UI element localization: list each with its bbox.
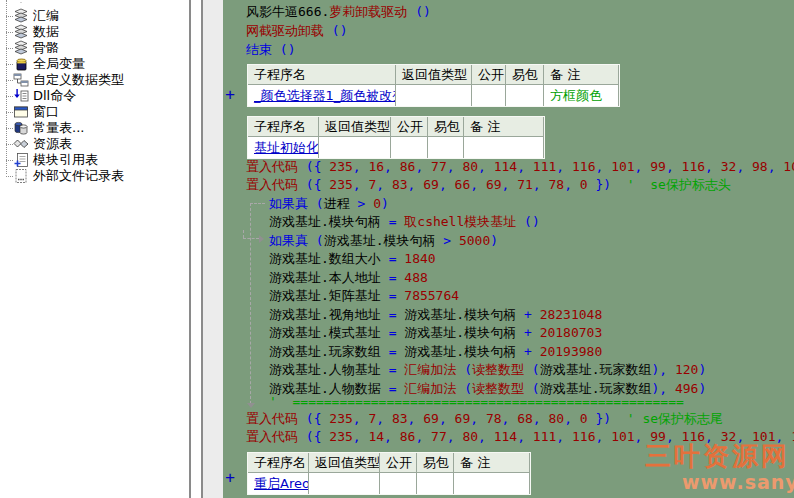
code-line-18[interactable]: 置入代码 ({ 235, 7, 83, 69, 69, 78, 68, 80, … xyxy=(246,410,723,428)
code-token: , xyxy=(595,159,611,174)
cell-note[interactable] xyxy=(454,473,530,494)
cell-note[interactable] xyxy=(464,137,544,158)
code-token: , xyxy=(353,159,369,174)
code-token: ({ xyxy=(298,177,329,192)
code-token: , xyxy=(736,159,752,174)
cell-return-type[interactable] xyxy=(396,85,472,106)
code-line-14[interactable]: 游戏基址.玩家数组 = 游戏基址.模块句柄 + 20193980 xyxy=(269,343,602,361)
code-line-4[interactable]: 置入代码 ({ 235, 16, 86, 77, 80, 114, 111, 1… xyxy=(246,158,794,176)
code-token: 1840 xyxy=(404,251,435,266)
code-token: 69 xyxy=(423,177,439,192)
project-tree-panel: 汇编数据骨骼全局变量自定义数据类型Dll命令窗口常量表...资源表模块引用表外部… xyxy=(0,0,189,498)
code-token: 网截驱动卸载 xyxy=(246,23,324,38)
code-line-15[interactable]: 游戏基址.人物基址 = 汇编加法 (读整数型 (游戏基址.玩家数组), 120) xyxy=(269,361,706,379)
cell-sub-name[interactable]: 重启Areo xyxy=(248,473,309,494)
code-line-13[interactable]: 游戏基址.模式基址 = 游戏基址.模块句柄 + 20180703 xyxy=(269,324,602,342)
code-token: = xyxy=(389,251,405,266)
code-token: , xyxy=(408,411,424,426)
code-token: = xyxy=(389,270,405,285)
panel-splitter[interactable] xyxy=(191,0,201,498)
app-window: 三叶资源网 www.sanye.cx 风影牛逼666.萝莉卸载驱动 ()网截驱动… xyxy=(0,0,794,498)
header-easy-pack: 易包 xyxy=(506,65,544,85)
code-line-10[interactable]: 游戏基址.本人地址 = 488 xyxy=(269,269,428,287)
code-token: 0 xyxy=(580,411,588,426)
cell-sub-name[interactable]: _颜色选择器1_颜色被改变 xyxy=(248,85,396,106)
sidebar-item-resource-table[interactable]: 资源表 xyxy=(13,136,189,152)
code-line-7[interactable]: 游戏基址.模块句柄 = 取cshell模块基址 () xyxy=(269,213,540,231)
code-token: 69 xyxy=(423,411,439,426)
cell-return-type[interactable] xyxy=(319,137,391,158)
sidebar-item-asm[interactable]: 汇编 xyxy=(13,8,189,24)
code-token: }) xyxy=(588,411,611,426)
code-line-1[interactable]: 风影牛逼666.萝莉卸载驱动 () xyxy=(246,3,431,21)
subroutine-table-2: 子程序名返回值类型公开易包备 注基址初始化 xyxy=(247,116,545,159)
code-token: () xyxy=(272,42,295,57)
code-token: 101 xyxy=(783,159,794,174)
header-sub-name: 子程序名 xyxy=(248,117,319,137)
cell-easy-pack[interactable] xyxy=(506,85,544,106)
code-line-3[interactable]: 结束 () xyxy=(246,41,295,59)
tree-guide-line xyxy=(6,0,7,174)
code-token: 游戏基址.模块句柄 xyxy=(404,344,524,359)
code-token: 5000 xyxy=(459,233,490,248)
code-token: ({ xyxy=(298,429,329,444)
code-token: 游戏基址.模块句柄 xyxy=(404,307,524,322)
code-token: 28231048 xyxy=(540,307,603,322)
code-token: 萝莉卸载驱动 xyxy=(329,4,407,19)
code-token: 114 xyxy=(494,159,517,174)
code-token: 14 xyxy=(368,429,384,444)
consts-icon xyxy=(13,120,29,136)
code-token: 置入代码 xyxy=(246,411,298,426)
sidebar-item-module-ref-table[interactable]: 模块引用表 xyxy=(13,152,189,168)
code-line-12[interactable]: 游戏基址.视角地址 = 游戏基址.模块句柄 + 28231048 xyxy=(269,306,602,324)
code-token: 86 xyxy=(400,429,416,444)
code-line-17[interactable]: ' ======================================… xyxy=(269,393,684,411)
code-line-9[interactable]: 游戏基址.数组大小 = 1840 xyxy=(269,250,436,268)
code-token: , xyxy=(408,177,424,192)
code-line-5[interactable]: 置入代码 ({ 235, 7, 83, 69, 66, 69, 71, 78, … xyxy=(246,176,731,194)
code-token: 111 xyxy=(533,429,556,444)
cell-sub-name[interactable]: 基址初始化 xyxy=(248,137,319,158)
code-line-8[interactable]: 如果真 (游戏基址.模块句柄 > 5000) xyxy=(269,232,498,250)
sidebar-item-skeleton[interactable]: 骨骼 xyxy=(13,40,189,56)
sidebar-item-window[interactable]: 窗口 xyxy=(13,104,189,120)
cell-return-type[interactable] xyxy=(309,473,380,494)
code-token: = xyxy=(389,214,405,229)
code-token: () xyxy=(516,214,539,229)
sidebar-item-global-vars[interactable]: 全局变量 xyxy=(13,56,189,72)
code-token: 游戏基址.模式基址 xyxy=(269,325,389,340)
code-token: 235 xyxy=(329,159,352,174)
sidebar-item-custom-datatypes[interactable]: 自定义数据类型 xyxy=(13,72,189,88)
fold-plus-icon[interactable]: + xyxy=(222,87,238,103)
code-token: , xyxy=(533,177,549,192)
cell-note[interactable]: 方框颜色 xyxy=(544,85,619,106)
code-line-2[interactable]: 网截驱动卸载 () xyxy=(246,22,347,40)
cell-easy-pack[interactable] xyxy=(428,137,464,158)
code-token: 游戏基址.数组大小 xyxy=(269,251,389,266)
code-token: 83 xyxy=(392,411,408,426)
code-token: () xyxy=(324,23,347,38)
code-token: 66 xyxy=(455,177,471,192)
sidebar-item-external-file-table[interactable]: 外部文件记录表 xyxy=(13,168,189,184)
code-token: , xyxy=(439,177,455,192)
cell-easy-pack[interactable] xyxy=(417,473,454,494)
code-token: ({ xyxy=(298,159,329,174)
fold-plus-icon[interactable]: + xyxy=(222,470,238,486)
code-token: 游戏基址.模块句柄 xyxy=(404,325,524,340)
cell-public[interactable] xyxy=(391,137,428,158)
code-token: , xyxy=(376,177,392,192)
header-note: 备 注 xyxy=(454,453,530,473)
sidebar-item-const-table[interactable]: 常量表... xyxy=(13,120,189,136)
sidebar-item-data[interactable]: 数据 xyxy=(13,24,189,40)
code-token: , xyxy=(517,159,533,174)
sidebar-item-dll-commands[interactable]: Dll命令 xyxy=(13,88,189,104)
code-token: 80 xyxy=(462,429,478,444)
cell-public[interactable] xyxy=(472,85,506,106)
datatype-icon xyxy=(13,72,29,88)
cell-public[interactable] xyxy=(380,473,417,494)
code-line-6[interactable]: 如果真 (进程 > 0) xyxy=(269,195,389,213)
code-line-11[interactable]: 游戏基址.矩阵基址 = 7855764 xyxy=(269,287,459,305)
project-tree: 汇编数据骨骼全局变量自定义数据类型Dll命令窗口常量表...资源表模块引用表外部… xyxy=(0,0,189,184)
code-token: 7855764 xyxy=(404,288,459,303)
code-token: , xyxy=(666,159,682,174)
